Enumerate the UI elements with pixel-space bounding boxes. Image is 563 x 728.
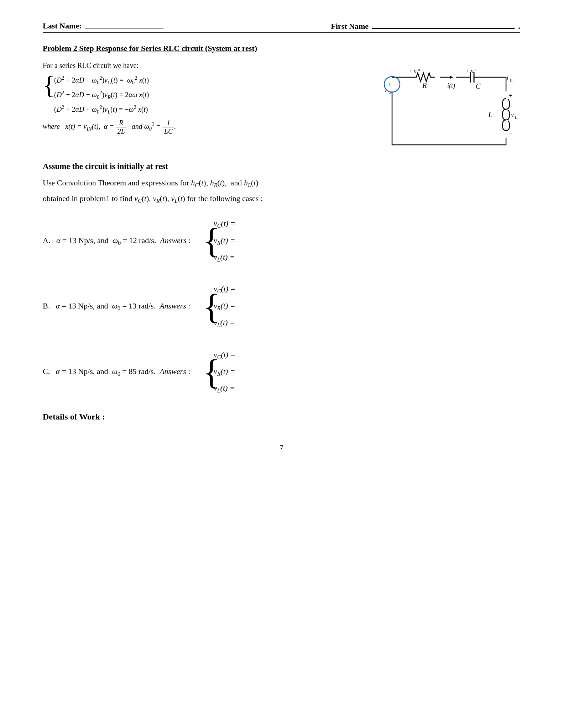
case-b-vl: vL(t) =: [214, 318, 281, 328]
case-a-answer-lines: vC(t) = vR(t) = vL(t) =: [214, 215, 281, 267]
details-line: Details of Work :: [43, 412, 520, 422]
first-name-label: First Name: [331, 22, 369, 31]
intro-text: For a series RLC circuit we have: { (D2 …: [43, 59, 356, 116]
case-c-vl: vL(t) =: [214, 384, 281, 394]
svg-marker-5: [450, 75, 453, 79]
period: .: [518, 21, 520, 31]
case-c-label: C. α = 13 Np/s, and ω0 = 85 rad/s. Answe…: [43, 367, 192, 377]
svg-text:L: L: [515, 115, 517, 120]
case-c-answer-lines: vC(t) = vR(t) = vL(t) =: [214, 347, 281, 398]
eq-1: (D2 + 2αD + ω02)vC(t) = ω02 x(t): [54, 74, 356, 87]
case-b-vc: vC(t) =: [214, 284, 281, 295]
case-a-vc: vC(t) =: [214, 219, 281, 229]
case-a-brace: {: [203, 223, 220, 259]
last-name-underline: [85, 28, 163, 28]
svg-text:R: R: [422, 81, 427, 89]
svg-text:−: −: [509, 130, 512, 137]
svg-text:v: v: [511, 111, 514, 118]
case-b-brace: {: [203, 289, 220, 325]
equations-group: { (D2 + 2αD + ω02)vC(t) = ω02 x(t) (D2 +…: [43, 74, 356, 116]
case-c-answers: { vC(t) = vR(t) = vL(t) =: [203, 347, 281, 398]
left-brace: {: [43, 72, 55, 98]
case-b-label: B. α = 13 Np/s, and ω0 = 13 rad/s. Answe…: [43, 301, 192, 312]
last-name-label: Last Name:: [43, 21, 82, 31]
svg-text:C: C: [475, 68, 477, 72]
case-b-answers: { vC(t) = vR(t) = vL(t) =: [203, 281, 281, 332]
svg-text:i: i: [507, 75, 508, 81]
first-name-underline: [372, 28, 515, 29]
assume-line: Assume the circuit is initially at rest: [43, 162, 520, 171]
where-line: where x(t) = vIN(t), α = R 2L and ω02 = …: [43, 119, 356, 136]
case-c-section: C. α = 13 Np/s, and ω0 = 85 rad/s. Answe…: [43, 347, 520, 398]
svg-text:i(t): i(t): [447, 82, 455, 90]
case-b-section: B. α = 13 Np/s, and ω0 = 13 rad/s. Answe…: [43, 281, 520, 332]
last-name-field: Last Name:: [43, 21, 163, 31]
case-b-vr: vR(t) =: [214, 301, 281, 312]
case-c-brace: {: [203, 354, 220, 390]
use-line-1: Use Convolution Theorem and expressions …: [43, 177, 520, 190]
eq-lines: (D2 + 2αD + ω02)vC(t) = ω02 x(t) (D2 + 2…: [54, 74, 356, 116]
first-name-field: First Name .: [331, 21, 520, 31]
intro-line: For a series RLC circuit we have:: [43, 59, 356, 72]
svg-text:−: −: [478, 68, 481, 74]
circuit-svg: + v R − R i(t) + v C − C: [371, 59, 520, 155]
svg-text:R: R: [418, 68, 421, 72]
case-b-answer-lines: vC(t) = vR(t) = vL(t) =: [214, 281, 281, 332]
svg-text:v: v: [385, 88, 387, 93]
svg-text:L: L: [488, 110, 492, 119]
case-c-vr: vR(t) =: [214, 367, 281, 377]
left-content: For a series RLC circuit we have: { (D2 …: [43, 59, 356, 155]
svg-text:+: +: [388, 81, 391, 88]
eq-2: (D2 + 2αD + ω02)vR(t) = 2αω x(t): [54, 88, 356, 101]
svg-text:C: C: [476, 82, 481, 90]
svg-text:IN: IN: [389, 90, 393, 95]
case-c-vc: vC(t) =: [214, 350, 281, 360]
svg-text:+ v: + v: [409, 68, 417, 74]
svg-text:+: +: [509, 92, 512, 99]
case-a-label: A. α = 13 Np/s, and ω0 = 12 rad/s. Answe…: [43, 236, 192, 246]
svg-text:L: L: [510, 78, 512, 83]
problem-title: Problem 2 Step Response for Series RLC c…: [43, 44, 520, 53]
use-line-2: obtained in problem1 to find vC(t), vR(t…: [43, 192, 520, 205]
case-a-vl: vL(t) =: [214, 253, 281, 263]
content-area: For a series RLC circuit we have: { (D2 …: [43, 59, 520, 155]
circuit-diagram: + v R − R i(t) + v C − C: [371, 59, 520, 155]
page-number: 7: [43, 443, 520, 452]
case-a-section: A. α = 13 Np/s, and ω0 = 12 rad/s. Answe…: [43, 215, 520, 267]
header: Last Name: First Name .: [43, 21, 520, 33]
eq-3: (D2 + 2αD + ω02)vL(t) = −ω2 x(t): [54, 103, 356, 116]
case-a-vr: vR(t) =: [214, 236, 281, 246]
case-a-answers: { vC(t) = vR(t) = vL(t) =: [203, 215, 281, 267]
